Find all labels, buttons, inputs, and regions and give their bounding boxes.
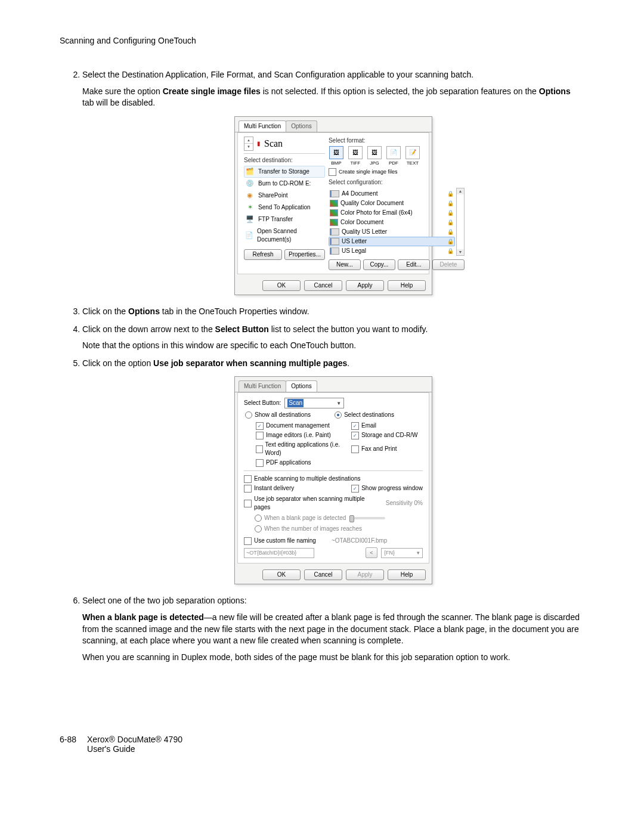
chk-pdf-apps[interactable]: PDF applications: [256, 459, 345, 467]
dest-label: Transfer to Storage: [258, 168, 309, 176]
text-icon: 📝: [405, 146, 420, 159]
radio-image-count[interactable]: When the number of images reaches: [255, 525, 423, 533]
onetouch-dialog-multifunction: Multi Function Options ▲▼ ▮ Scan Select …: [234, 116, 432, 295]
radio-blank-page[interactable]: When a blank page is detected: [255, 514, 346, 522]
dest-ftp[interactable]: 🖥️FTP Transfer: [244, 213, 325, 225]
format-bmp[interactable]: 🖼BMP: [329, 146, 344, 166]
fmt-label: TEXT: [405, 160, 420, 166]
format-pdf[interactable]: 📄PDF: [386, 146, 401, 166]
ok-button[interactable]: OK: [262, 280, 301, 291]
cfg-us-legal[interactable]: US Legal🔒: [329, 246, 455, 256]
tab-multi-function[interactable]: Multi Function: [239, 380, 286, 392]
edit-button[interactable]: Edit...: [398, 259, 430, 270]
sensitivity-slider[interactable]: [349, 517, 385, 519]
dest-transfer-to-storage[interactable]: 🗂️Transfer to Storage: [244, 166, 325, 178]
chk-enable-multi[interactable]: Enable scanning to multiple destinations: [244, 475, 423, 483]
select-format-label: Select format:: [329, 137, 465, 145]
lock-icon: 🔒: [447, 247, 454, 255]
scroll-down-icon[interactable]: ▼: [457, 249, 464, 255]
chk-label: Document management: [266, 422, 330, 430]
footer-product: Xerox® DocuMate® 4790: [87, 735, 182, 744]
checkbox-icon: ✓: [351, 432, 359, 439]
dest-burn-cd[interactable]: 💿Burn to CD-ROM E:: [244, 178, 325, 190]
dest-sharepoint[interactable]: ◉SharePoint: [244, 190, 325, 202]
t-bold: Use job separator when scanning multiple…: [153, 358, 347, 368]
tab-options[interactable]: Options: [286, 380, 317, 392]
tab-options[interactable]: Options: [286, 120, 317, 132]
cancel-button[interactable]: Cancel: [304, 569, 342, 580]
cfg-us-letter-q[interactable]: Quality US Letter🔒: [329, 227, 455, 237]
prev-token-button[interactable]: <: [366, 547, 377, 558]
chk-progress[interactable]: ✓Show progress window: [351, 484, 423, 493]
format-tiff[interactable]: 🖼TIFF: [348, 146, 363, 166]
step-2-sub: Make sure the option Create single image…: [82, 86, 584, 109]
apply-button[interactable]: Apply: [346, 280, 384, 291]
format-jpg[interactable]: 🖼JPG: [367, 146, 382, 166]
format-text[interactable]: 📝TEXT: [405, 146, 420, 166]
apply-button[interactable]: Apply: [346, 569, 384, 580]
chk-fax-print[interactable]: Fax and Print: [351, 441, 435, 457]
chk-text-editors[interactable]: Text editing applications (i.e. Word): [256, 441, 345, 457]
checkbox-icon: [329, 168, 336, 176]
chevron-down-icon: ▾: [417, 549, 420, 557]
checkbox-icon: [244, 485, 252, 493]
create-single-row[interactable]: Create single image files: [329, 168, 465, 176]
color-icon: [330, 200, 338, 207]
cfg-color-doc[interactable]: Color Document🔒: [329, 218, 455, 227]
copy-button[interactable]: Copy...: [363, 259, 395, 270]
pdf-icon: 📄: [386, 146, 401, 159]
format-row: 🖼BMP 🖼TIFF 🖼JPG 📄PDF 📝TEXT: [329, 146, 465, 166]
color-icon: [330, 209, 338, 216]
radio-show-all[interactable]: Show all destinations: [245, 411, 311, 419]
radio-select-dest[interactable]: Select destinations: [335, 411, 394, 419]
chk-storage[interactable]: ✓Storage and CD-R/W: [351, 431, 435, 439]
select-button-combo[interactable]: Scan ▼: [284, 398, 344, 408]
chk-custom-naming[interactable]: Use custom file naming: [244, 537, 316, 545]
doc-icon: [330, 247, 339, 255]
step-2-text: Select the Destination Application, File…: [82, 70, 473, 79]
refresh-button[interactable]: Refresh: [244, 249, 282, 260]
properties-button[interactable]: Properties...: [284, 249, 325, 260]
slider-thumb[interactable]: [349, 515, 354, 522]
dest-send-to-app[interactable]: ✶Send To Application: [244, 202, 325, 213]
chk-image-editors[interactable]: Image editors (i.e. Paint): [256, 431, 345, 439]
custom-preview: ~OTABCDI001F.bmp: [332, 537, 387, 545]
sens-label: Sensitivity: [386, 500, 413, 506]
custom-pattern-input[interactable]: ~OT{BatchID}I{#03b}: [244, 548, 314, 558]
cfg-label: US Letter: [342, 237, 367, 246]
dest-open-scanned[interactable]: 📄Open Scanned Document(s): [244, 225, 325, 246]
cfg-us-letter[interactable]: US Letter🔒: [329, 237, 455, 246]
t: is not selected. If this option is selec…: [261, 86, 539, 96]
checkbox-icon: ✓: [351, 485, 359, 493]
cancel-button[interactable]: Cancel: [304, 280, 342, 291]
help-button[interactable]: Help: [388, 569, 426, 580]
token-combo[interactable]: {FN}▾: [381, 548, 423, 558]
tab-multi-function[interactable]: Multi Function: [239, 120, 286, 132]
delete-button[interactable]: Delete: [432, 259, 465, 270]
scroll-up-icon[interactable]: ▲: [457, 188, 464, 194]
cfg-quality-color[interactable]: Quality Color Document🔒: [329, 199, 455, 208]
ok-button[interactable]: OK: [262, 569, 301, 580]
help-button[interactable]: Help: [388, 280, 426, 291]
checkbox-icon: [256, 459, 264, 467]
chk-email[interactable]: ✓Email: [351, 422, 435, 430]
config-scrollbar[interactable]: ▲▼: [456, 188, 465, 256]
chk-job-separator[interactable]: Use job separator when scanning multiple…: [244, 495, 382, 512]
chk-instant[interactable]: Instant delivery: [244, 484, 294, 493]
radio-label: Show all destinations: [255, 411, 311, 419]
cfg-photo-email[interactable]: Color Photo for Email (6x4)🔒: [329, 208, 455, 218]
chk-label: PDF applications: [266, 459, 311, 467]
step-4-sub: Note that the options in this window are…: [82, 340, 584, 352]
open-icon: 📄: [245, 231, 253, 240]
cfg-a4[interactable]: A4 Document🔒: [329, 189, 455, 199]
chk-doc-mgmt[interactable]: ✓Document management: [256, 422, 345, 430]
t: tab in the OneTouch Properties window.: [160, 306, 309, 316]
scan-spinner[interactable]: ▲▼: [244, 137, 253, 151]
new-button[interactable]: New...: [329, 259, 361, 270]
t-bold: Options: [128, 306, 160, 316]
fmt-label: JPG: [367, 160, 382, 166]
select-button-label: Select Button:: [244, 399, 281, 407]
sens-value: 0%: [414, 500, 423, 506]
checkbox-icon: [256, 432, 264, 439]
doc-icon: [330, 190, 339, 197]
